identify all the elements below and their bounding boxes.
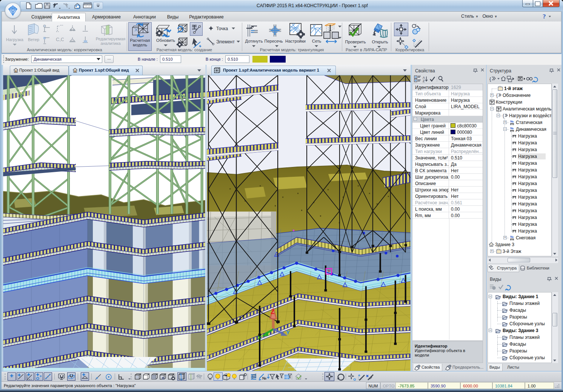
svg-text:C,C: C,C — [56, 37, 64, 42]
svg-text:{: { — [489, 76, 491, 82]
svg-text:?: ? — [543, 13, 546, 20]
svg-text:X: X — [257, 334, 261, 341]
svg-text:№: № — [510, 120, 514, 123]
svg-text:{: { — [496, 93, 498, 98]
svg-text:Z: Z — [423, 79, 425, 83]
svg-text:Z: Z — [271, 308, 274, 315]
svg-text:Y: Y — [286, 329, 290, 335]
svg-text:№: № — [510, 235, 514, 239]
svg-text:{: { — [503, 113, 504, 118]
svg-text:№: № — [510, 127, 514, 130]
